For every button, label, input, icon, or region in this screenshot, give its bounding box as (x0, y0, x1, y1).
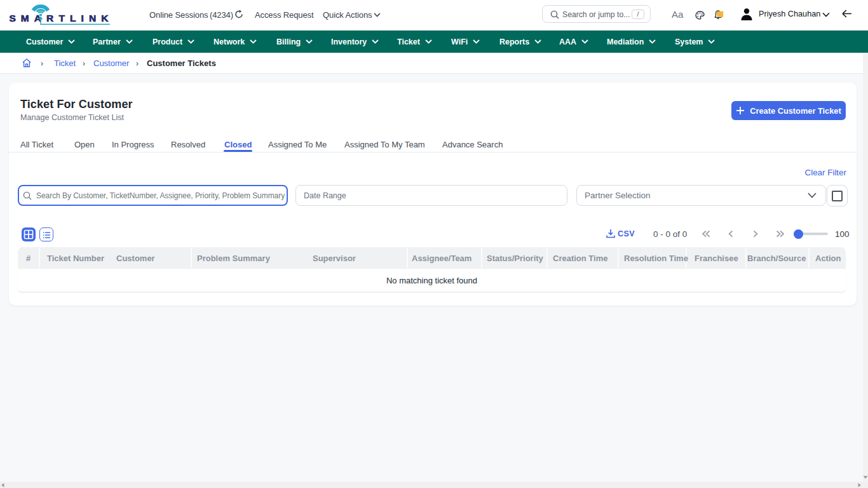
svg-text:SMARTLINK: SMARTLINK (9, 13, 109, 24)
